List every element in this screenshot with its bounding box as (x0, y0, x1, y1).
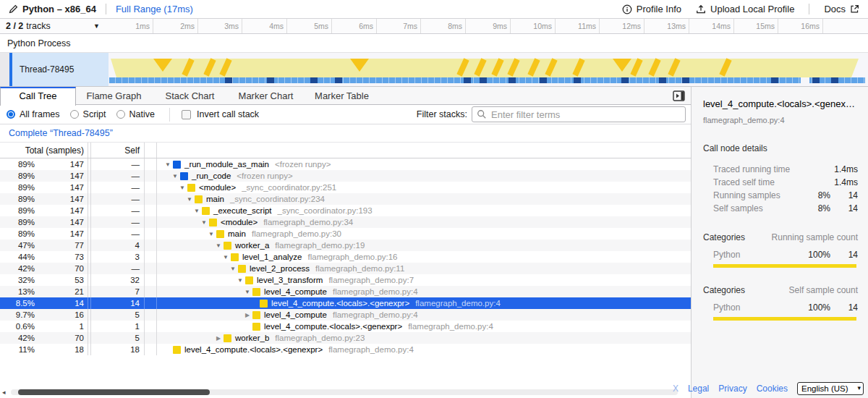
row-total-samples: 147 (35, 172, 88, 180)
column-total[interactable]: Total (samples) (0, 143, 88, 158)
radio-script[interactable]: Script (70, 109, 106, 119)
function-file: flamegraph_demo.py:30 (252, 229, 341, 238)
call-tree-row[interactable]: 32%5332▼level_3_transformflamegraph_demo… (0, 274, 691, 286)
footer-link-x[interactable]: X (673, 384, 678, 394)
pencil-icon[interactable] (9, 4, 18, 14)
tab-marker-table[interactable]: Marker Table (304, 87, 380, 104)
row-total-cell: 32%53 (0, 274, 88, 286)
sample-marker (682, 77, 689, 83)
call-tree-row[interactable]: 13%217▼level_4_computeflamegraph_demo.py… (0, 286, 691, 297)
expand-open-icon[interactable]: ▼ (177, 185, 187, 191)
call-tree-row[interactable]: 8.5%1414level_4_compute.<locals>.<genexp… (0, 297, 691, 309)
row-total-cell: 89%147 (0, 182, 88, 193)
detail-value: 14 (830, 203, 858, 213)
expand-closed-icon[interactable]: ▶ (242, 312, 252, 318)
tab-marker-chart[interactable]: Marker Chart (228, 87, 304, 104)
full-range-link[interactable]: Full Range (17ms) (116, 4, 193, 14)
sample-marker (659, 77, 666, 83)
category-section: CategoriesSelf sample countPython100%14 (703, 285, 858, 321)
category-value: 14 (830, 302, 858, 313)
process-track-header[interactable]: Python Process (0, 34, 868, 53)
call-tree-row[interactable]: 47%774▼worker_aflamegraph_demo.py:19 (0, 240, 691, 251)
ruler-tick: 11ms (109, 19, 600, 33)
tracks-dropdown[interactable]: 2 / 2 tracks ▼ (0, 19, 109, 33)
ruler-tick-label: 15ms (756, 22, 775, 30)
upload-profile-button[interactable]: Upload Local Profile (696, 4, 794, 14)
expand-open-icon[interactable]: ▼ (163, 161, 173, 168)
call-tree-row[interactable]: 44%733▼level_1_analyzeflamegraph_demo.py… (0, 251, 691, 263)
tab-call-tree[interactable]: Call Tree (0, 87, 76, 106)
call-tree-row[interactable]: 89%147—▼_run_module_as_main<frozen runpy… (0, 158, 691, 170)
expand-open-icon[interactable]: ▼ (170, 173, 180, 179)
tab-flame-graph[interactable]: Flame Graph (76, 87, 152, 104)
function-file: flamegraph_demo.py:34 (263, 218, 353, 226)
ruler-tick: 14ms (109, 19, 734, 33)
ruler-tick: 3ms (109, 19, 242, 33)
header-divider-2 (809, 4, 809, 14)
category-square-icon (180, 172, 188, 180)
thread-track-label[interactable]: Thread-78495 (12, 53, 109, 86)
scrollbar-thumb[interactable] (18, 389, 210, 395)
expand-open-icon[interactable]: ▼ (213, 242, 224, 249)
timeline-ruler[interactable]: 1ms2ms3ms4ms5ms6ms7ms8ms9ms10ms11ms12ms1… (109, 19, 868, 33)
call-tree-row[interactable]: 11%1818level_4_compute.<locals>.<genexpr… (0, 344, 691, 355)
radio-all-frames[interactable]: All frames (7, 109, 60, 119)
expand-open-icon[interactable]: ▼ (228, 266, 238, 272)
profile-name[interactable]: Python – x86_64 (22, 4, 96, 14)
call-tree-row[interactable]: 42%705▶worker_bflamegraph_demo.py:23 (0, 332, 691, 344)
row-self-cell: — (91, 216, 145, 228)
expand-open-icon[interactable]: ▼ (192, 208, 202, 214)
radio-native[interactable]: Native (116, 109, 155, 119)
call-tree-row[interactable]: 89%147—▼mainflamegraph_demo.py:30 (0, 228, 691, 240)
profile-info-button[interactable]: Profile Info (622, 4, 681, 14)
language-select[interactable]: English (US) (797, 382, 864, 395)
sidebar-toggle-icon[interactable] (673, 90, 685, 101)
call-tree-row[interactable]: 89%147—▼_run_code<frozen runpy> (0, 170, 691, 182)
call-tree-row[interactable]: 89%147—▼_execute_script_sync_coordinator… (0, 205, 691, 216)
category-square-icon (216, 230, 224, 238)
ruler-tick-label: 5ms (314, 22, 328, 30)
function-file: flamegraph_demo.py:4 (415, 299, 501, 308)
expand-open-icon[interactable]: ▼ (184, 196, 195, 203)
filter-group: Filter stacks: (417, 106, 691, 122)
category-count-label: Running sample count (772, 232, 858, 242)
footer-link-legal[interactable]: Legal (688, 384, 709, 394)
call-tree-row[interactable]: 89%147—▼<module>_sync_coordinator.py:251 (0, 182, 691, 193)
row-tree-cell: ▼worker_aflamegraph_demo.py:19 (157, 240, 691, 251)
thread-track-graph[interactable] (109, 53, 868, 86)
filter-input[interactable] (472, 106, 686, 122)
footer-link-cookies[interactable]: Cookies (757, 384, 788, 394)
scroll-left-icon[interactable]: ◂ (2, 389, 6, 396)
expand-closed-icon[interactable]: ▶ (213, 335, 224, 342)
call-tree-row[interactable]: 9.7%165▶level_4_computeflamegraph_demo.p… (0, 309, 691, 321)
process-track-label: Python Process (7, 38, 71, 48)
function-name: _execute_script (213, 206, 272, 215)
expand-open-icon[interactable]: ▼ (235, 277, 245, 284)
expand-open-icon[interactable]: ▼ (206, 231, 216, 237)
invert-call-stack-checkbox[interactable]: Invert call stack (182, 109, 259, 119)
expand-open-icon[interactable]: ▼ (242, 289, 252, 295)
row-tree-cell: ▼level_2_processflamegraph_demo.py:11 (157, 263, 691, 274)
ruler-tick-label: 4ms (269, 22, 284, 30)
row-total-samples: 21 (35, 287, 88, 296)
row-total-percent: 32% (0, 276, 35, 284)
thread-track-gutter (0, 53, 9, 86)
category-percent: 100% (801, 302, 830, 313)
call-tree-row[interactable]: 0.6%11level_4_compute.<locals>.<genexpr>… (0, 321, 691, 332)
ruler-tick: 15ms (109, 19, 778, 33)
controls-row: All frames Script Native Invert call sta… (0, 105, 691, 124)
row-tree-cell: ▼<module>flamegraph_demo.py:34 (157, 216, 691, 228)
expand-open-icon[interactable]: ▼ (199, 219, 209, 226)
ruler-tick: 2ms (109, 19, 198, 33)
call-tree-row[interactable]: 89%147—▼main_sync_coordinator.py:234 (0, 193, 691, 205)
call-tree-row[interactable]: 42%70—▼level_2_processflamegraph_demo.py… (0, 263, 691, 274)
footer-link-privacy[interactable]: Privacy (718, 384, 746, 394)
row-total-percent: 89% (0, 160, 35, 169)
row-total-cell: 42%70 (0, 332, 88, 344)
tab-stack-chart[interactable]: Stack Chart (152, 87, 228, 104)
column-self[interactable]: Self (91, 143, 145, 158)
expand-open-icon[interactable]: ▼ (221, 254, 231, 261)
docs-link[interactable]: Docs (824, 4, 859, 14)
breadcrumb-root-link[interactable]: Complete “Thread-78495” (9, 128, 113, 138)
call-tree-row[interactable]: 89%147—▼<module>flamegraph_demo.py:34 (0, 216, 691, 228)
